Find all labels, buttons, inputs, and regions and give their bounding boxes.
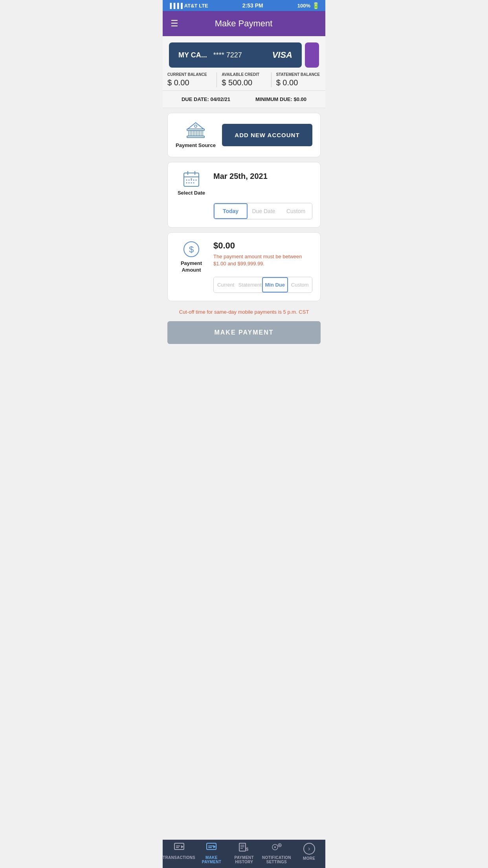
payment-amount-label: Payment Amount: [176, 260, 207, 274]
balances-section: CURRENT BALANCE $ 0.00 AVAILABLE CREDIT …: [163, 68, 325, 91]
current-balance-label: CURRENT BALANCE: [167, 72, 207, 77]
card-section: MY CA... **** 7227 VISA: [163, 36, 325, 68]
svg-point-13: [186, 179, 187, 180]
svg-rect-6: [201, 131, 203, 136]
available-credit-value: $ 500.00: [222, 78, 252, 87]
svg-rect-2: [189, 131, 190, 136]
svg-point-14: [189, 179, 190, 180]
status-carrier: ▐▐▐▐ AT&T LTE: [168, 3, 208, 9]
calendar-icon: [183, 170, 200, 188]
svg-marker-7: [188, 123, 204, 129]
date-tab-custom[interactable]: Custom: [280, 203, 312, 219]
svg-point-20: [191, 182, 192, 183]
payment-tab-statement[interactable]: Statement: [238, 277, 262, 292]
card-number: **** 7227: [213, 51, 242, 59]
payment-tab-custom[interactable]: Custom: [288, 277, 312, 292]
status-time: 2:53 PM: [242, 2, 263, 9]
payment-source-card: Payment Source ADD NEW ACCOUNT: [167, 113, 321, 157]
status-battery: 100% 🔋: [297, 2, 320, 9]
date-tab-today[interactable]: Today: [214, 203, 248, 219]
svg-point-16: [193, 179, 194, 180]
payment-error-message: The payment amount must be between $1.00…: [213, 253, 312, 267]
cutoff-note: Cut-off time for same-day mobile payment…: [163, 306, 325, 321]
payment-tab-min-due[interactable]: Min Due: [262, 277, 288, 292]
svg-rect-3: [192, 131, 193, 136]
date-tabs: Today Due Date Custom: [213, 203, 312, 219]
svg-point-17: [196, 179, 197, 180]
statement-balance-value: $ 0.00: [276, 78, 298, 87]
svg-rect-5: [198, 131, 200, 136]
payment-amount-value: $0.00: [213, 241, 312, 251]
payment-source-icon-section: Payment Source: [176, 121, 216, 149]
svg-point-21: [193, 182, 194, 183]
svg-rect-4: [195, 131, 196, 136]
page-title: Make Payment: [185, 18, 303, 29]
card-chip-right[interactable]: [305, 42, 319, 68]
svg-text:$: $: [189, 245, 194, 254]
statement-balance-label: STATEMENT BALANCE: [276, 72, 320, 77]
visa-logo: VISA: [272, 50, 292, 60]
svg-point-8: [194, 125, 197, 127]
payment-tab-current[interactable]: Current: [214, 277, 238, 292]
select-date-card: Select Date Mar 25th, 2021 Today Due Dat…: [167, 162, 321, 228]
selected-date-display: Mar 25th, 2021: [213, 170, 268, 181]
add-new-account-button[interactable]: ADD NEW ACCOUNT: [222, 124, 312, 146]
select-date-label: Select Date: [178, 190, 205, 197]
payment-amount-card: $ Payment Amount $0.00 The payment amoun…: [167, 232, 321, 301]
statement-balance: STATEMENT BALANCE $ 0.00: [272, 72, 325, 87]
min-due: MINIMUM DUE: $0.00: [255, 96, 306, 102]
available-credit-label: AVAILABLE CREDIT: [222, 72, 259, 77]
svg-point-19: [189, 182, 190, 183]
svg-point-22: [191, 178, 192, 180]
payment-amount-tabs: Current Statement Min Due Custom: [213, 277, 312, 293]
due-date: DUE DATE: 04/02/21: [182, 96, 230, 102]
available-credit: AVAILABLE CREDIT $ 500.00: [217, 72, 271, 87]
payment-amount-icon-section: $ Payment Amount: [176, 241, 207, 274]
current-balance-value: $ 0.00: [167, 78, 189, 87]
make-payment-button[interactable]: MAKE PAYMENT: [167, 321, 321, 344]
bank-icon: [185, 121, 206, 140]
svg-point-18: [186, 182, 187, 183]
date-tab-due-date[interactable]: Due Date: [248, 203, 280, 219]
header: ☰ Make Payment: [163, 11, 325, 36]
dollar-circle-icon: $: [183, 241, 200, 258]
card-name: MY CA...: [178, 51, 207, 59]
payment-source-label: Payment Source: [176, 142, 216, 149]
current-balance: CURRENT BALANCE $ 0.00: [163, 72, 217, 87]
select-date-icon-section: Select Date: [176, 170, 207, 197]
credit-card[interactable]: MY CA... **** 7227 VISA: [169, 42, 302, 68]
status-bar: ▐▐▐▐ AT&T LTE 2:53 PM 100% 🔋: [163, 0, 325, 11]
due-info-section: DUE DATE: 04/02/21 MINIMUM DUE: $0.00: [163, 91, 325, 108]
hamburger-menu-icon[interactable]: ☰: [171, 18, 178, 29]
